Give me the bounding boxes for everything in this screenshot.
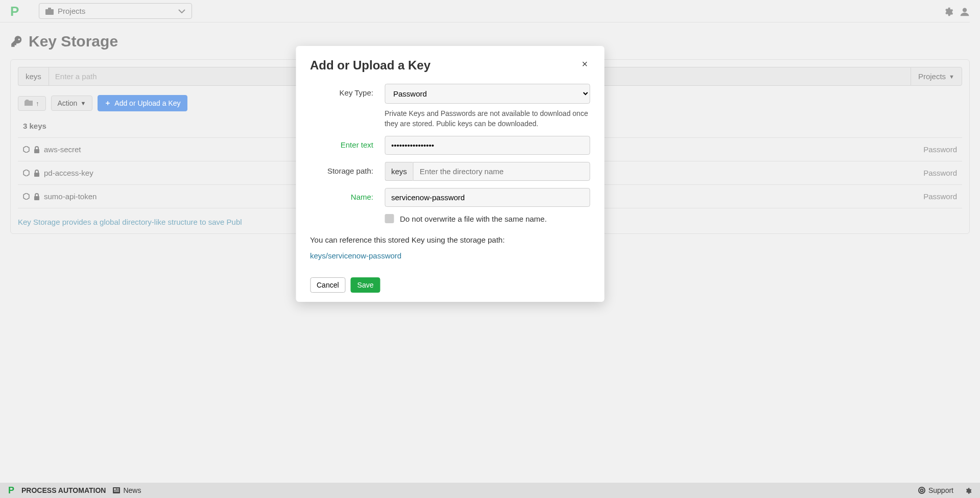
key-type-select[interactable]: Password <box>385 84 590 104</box>
arrow-up-icon: ↑ <box>36 100 39 107</box>
save-button[interactable]: Save <box>351 277 380 293</box>
key-icon <box>10 35 23 48</box>
key-type-helper: Private Keys and Passwords are not avail… <box>385 109 590 129</box>
name-input[interactable] <box>385 188 590 207</box>
hexagon-icon <box>23 193 30 200</box>
page-title-text: Key Storage <box>29 33 118 50</box>
brand-logo-small: P <box>8 485 14 496</box>
bottombar-settings[interactable] <box>965 486 972 494</box>
storage-path-prefix: keys <box>385 162 413 181</box>
reference-path: keys/servicenow-password <box>310 251 590 260</box>
lock-icon <box>34 170 40 177</box>
add-key-modal: Add or Upload a Key × Key Type: Password… <box>296 46 604 302</box>
svg-rect-7 <box>114 488 116 490</box>
brand-logo: P <box>10 5 20 18</box>
gear-icon <box>943 7 953 17</box>
svg-rect-4 <box>34 173 39 177</box>
folder-up-icon <box>25 100 33 107</box>
svg-point-13 <box>920 489 923 492</box>
svg-rect-11 <box>114 491 119 492</box>
path-projects-dropdown[interactable]: Projects ▼ <box>911 67 962 86</box>
cancel-button[interactable]: Cancel <box>310 277 346 293</box>
bottombar: P PROCESS AUTOMATION News Support <box>0 483 980 498</box>
user-menu-button[interactable] <box>960 5 970 17</box>
svg-rect-9 <box>116 489 119 490</box>
key-type-label: Key Type: <box>310 84 385 97</box>
key-name: sumo-api-token <box>44 192 97 201</box>
key-type: Password <box>923 192 957 201</box>
plus-icon: ＋ <box>104 99 111 108</box>
svg-rect-8 <box>116 488 119 489</box>
scrollbar[interactable] <box>970 0 980 483</box>
gear-icon <box>965 487 972 494</box>
svg-rect-10 <box>114 490 119 491</box>
caret-down-icon: ▼ <box>80 100 86 106</box>
path-prefix: keys <box>18 67 49 86</box>
svg-rect-3 <box>34 149 39 153</box>
news-icon <box>113 487 120 493</box>
lock-icon <box>34 193 40 200</box>
brand-text: PROCESS AUTOMATION <box>21 486 106 494</box>
project-selector[interactable]: Projects <box>39 3 192 19</box>
modal-close-button[interactable]: × <box>580 58 590 70</box>
chevron-down-icon <box>178 9 185 13</box>
caret-down-icon: ▼ <box>949 74 954 80</box>
close-icon: × <box>582 58 588 69</box>
support-label: Support <box>928 486 953 494</box>
action-dropdown[interactable]: Action ▼ <box>51 96 93 111</box>
svg-point-12 <box>919 487 925 493</box>
name-label: Name: <box>310 188 385 201</box>
key-name: aws-secret <box>44 145 81 154</box>
overwrite-checkbox[interactable] <box>385 214 394 223</box>
reference-label: You can reference this stored Key using … <box>310 235 590 244</box>
support-link[interactable]: Support <box>918 486 953 494</box>
hexagon-icon <box>23 170 30 176</box>
news-label: News <box>123 486 141 494</box>
hexagon-icon <box>23 146 30 153</box>
storage-path-label: Storage path: <box>310 162 385 175</box>
briefcase-icon <box>45 8 54 15</box>
action-label: Action <box>58 99 78 107</box>
project-selector-label: Projects <box>58 7 85 15</box>
user-icon <box>960 7 970 17</box>
modal-title: Add or Upload a Key <box>310 58 431 73</box>
add-key-button[interactable]: ＋ Add or Upload a Key <box>98 95 187 111</box>
up-folder-button[interactable]: ↑ <box>18 96 46 111</box>
news-link[interactable]: News <box>113 486 141 494</box>
lock-icon <box>34 146 40 153</box>
key-value-input[interactable] <box>385 136 590 155</box>
storage-path-input[interactable] <box>413 162 590 181</box>
lifebuoy-icon <box>918 487 925 494</box>
enter-text-label: Enter text <box>310 136 385 149</box>
path-projects-label: Projects <box>918 72 946 81</box>
topbar: P Projects <box>0 0 980 22</box>
svg-rect-1 <box>48 8 51 10</box>
settings-button[interactable] <box>943 5 953 17</box>
overwrite-label: Do not overwrite a file with the same na… <box>400 215 547 223</box>
svg-rect-0 <box>45 9 54 15</box>
key-type: Password <box>923 169 957 177</box>
svg-point-2 <box>963 8 967 12</box>
key-name: pd-access-key <box>44 169 93 177</box>
svg-rect-5 <box>34 196 39 200</box>
key-type: Password <box>923 145 957 154</box>
add-key-label: Add or Upload a Key <box>114 99 180 107</box>
